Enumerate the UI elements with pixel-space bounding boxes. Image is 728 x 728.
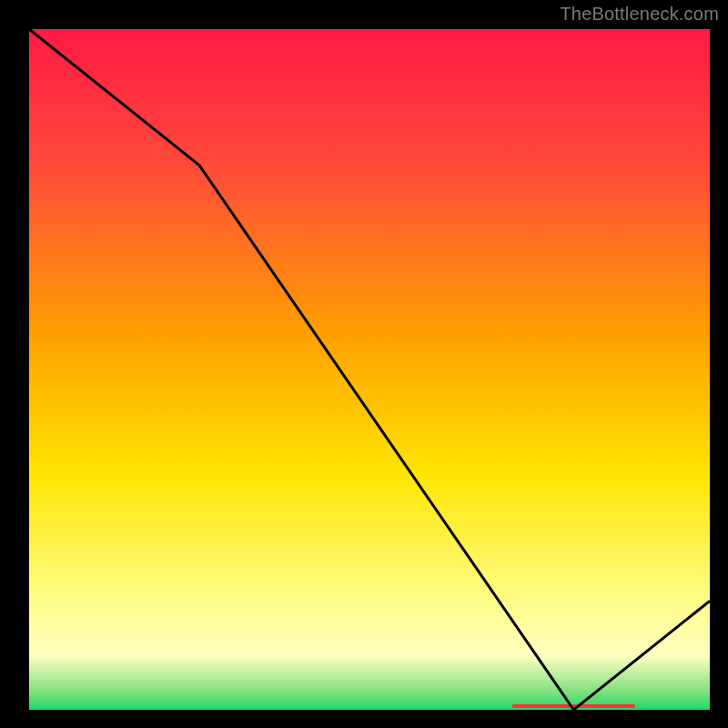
chart-container: TheBottleneck.com [0, 0, 728, 728]
plot-background [29, 29, 710, 710]
chart-svg [0, 0, 728, 728]
